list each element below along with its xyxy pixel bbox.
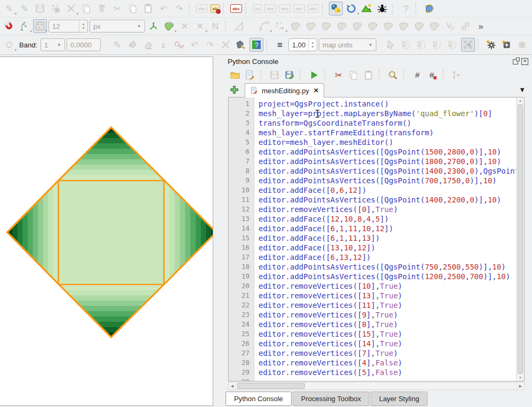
add-component-icon[interactable] xyxy=(500,38,514,52)
scroll-left-icon[interactable]: ◀ xyxy=(229,382,236,389)
code-line: editor.addFace([6,13,12]) xyxy=(259,253,524,262)
snap-grid-mode-icon[interactable]: ▾ xyxy=(33,19,47,33)
mouse-text-cursor xyxy=(315,110,320,118)
horizontal-scrollbar[interactable]: ◀ ▶ xyxy=(228,382,525,390)
digitize-mesh-icon[interactable] xyxy=(422,2,436,15)
toolbar-separator xyxy=(442,70,447,80)
dock-tab-layer-styling[interactable]: Layer Styling xyxy=(370,392,428,406)
dock-tab-python-console[interactable]: Python Console xyxy=(225,392,292,406)
comment-code-icon[interactable]: # xyxy=(412,69,423,81)
shape-rotate-icon xyxy=(288,19,302,33)
float-panel-icon[interactable] xyxy=(513,59,518,64)
vertex-tool-icon: ▾ xyxy=(64,2,78,15)
scroll-up-icon[interactable]: ▲ xyxy=(517,99,524,102)
save-layer-edits-icon xyxy=(33,2,47,15)
avoid-overlap-icon[interactable]: ▾ xyxy=(162,19,176,33)
select-cursor-icon xyxy=(384,38,398,52)
copy-icon[interactable] xyxy=(348,69,359,81)
tab-list-dropdown-icon[interactable]: ▼ xyxy=(519,86,526,94)
select-polygon-chip-icon xyxy=(430,38,444,52)
advanced-digitizing-panel-icon xyxy=(232,19,246,33)
code-area[interactable]: project=QgsProject.instance()mesh_layer=… xyxy=(254,97,524,381)
code-line: project=QgsProject.instance() xyxy=(259,99,524,109)
new-temp-scratch-layer-icon[interactable] xyxy=(360,2,374,15)
toolbar-separator xyxy=(266,39,270,50)
mesh-options-icon[interactable] xyxy=(234,38,248,52)
toolbar-separator xyxy=(324,70,328,80)
help-icon: ? xyxy=(399,2,413,15)
change-label-properties-icon: abc xyxy=(308,4,319,13)
modify-attributes-icon xyxy=(79,2,93,15)
code-line: editor.removeVertices([7],True) xyxy=(259,348,524,358)
toolbar-separator xyxy=(300,70,304,80)
highlight-pinned-labels-icon[interactable]: abc xyxy=(230,4,242,13)
run-script-icon[interactable] xyxy=(308,69,320,81)
shape-simplify-icon xyxy=(319,19,333,33)
paint-bucket-icon xyxy=(126,38,140,52)
shape-fill-ring-icon xyxy=(366,19,380,33)
snap-tolerance-spinbox: 12▲▼ xyxy=(49,20,88,32)
dock-tab-processing-toolbox[interactable]: Processing Toolbox xyxy=(293,392,370,406)
save-script-as-icon[interactable] xyxy=(284,69,295,81)
console-toolbar: ✂## xyxy=(224,68,532,83)
open-script-icon[interactable] xyxy=(229,69,241,81)
code-editor[interactable]: 1234567891011121314151617181920212223242… xyxy=(228,97,525,381)
select-by-polygon-icon xyxy=(399,38,413,52)
contour-lines-icon[interactable]: ≡ xyxy=(273,38,287,52)
mesh-layer-view xyxy=(0,57,213,405)
editor-tab[interactable]: meshEditing.py ✕ xyxy=(245,83,324,97)
vertical-scroll-thumb[interactable] xyxy=(518,104,523,374)
current-edits-icon: ✎▾ xyxy=(2,2,16,15)
new-editor-icon[interactable] xyxy=(244,69,256,81)
debugging-tools-icon[interactable] xyxy=(375,2,389,15)
toolbar-separator xyxy=(392,3,396,14)
shape-delete-ring-icon xyxy=(381,19,395,33)
find-text-icon[interactable] xyxy=(387,69,399,81)
uncomment-code-icon[interactable]: # xyxy=(426,69,438,81)
new-tab-button[interactable] xyxy=(229,85,239,95)
qgis-window: ✎▾✎✱▾✂↶↷abcababcababcabcabcabc>▾? ▾▾12▲▼… xyxy=(0,0,532,407)
transform-pattern-icon[interactable] xyxy=(461,38,475,52)
width-spinbox[interactable]: 1,00▲▼ xyxy=(288,38,317,51)
toolbar-row-snapping: ▾▾12▲▼px▼▾✕✕▾N▾▾» xyxy=(0,18,532,35)
svg-text:#: # xyxy=(415,70,420,79)
python-console-icon[interactable]: > xyxy=(329,2,343,15)
band-value-spinbox: 0,0000 xyxy=(67,38,101,51)
toolbar-separator xyxy=(223,3,227,14)
object-inspector-icon xyxy=(451,69,463,81)
select-polygon-add-icon xyxy=(415,38,429,52)
map-canvas[interactable] xyxy=(0,56,213,406)
paste-icon[interactable] xyxy=(362,69,374,81)
mesh-current-tool-icon: ▾ xyxy=(2,38,16,52)
dock-tab-bar: Python ConsoleProcessing ToolboxLayer St… xyxy=(224,391,532,407)
vertical-scrollbar[interactable]: ▲ ▼ xyxy=(516,97,524,381)
editor-tab-label: meshEditing.py xyxy=(262,87,309,95)
close-panel-icon[interactable]: ✕ xyxy=(521,58,528,65)
vertex-editor-panel-icon xyxy=(443,19,457,33)
code-line: editor.removeVertices([9],True) xyxy=(259,310,524,320)
scroll-right-icon[interactable]: ▶ xyxy=(517,382,524,389)
script-file-icon xyxy=(250,86,259,95)
close-tab-icon[interactable]: ✕ xyxy=(313,87,319,94)
horizontal-scroll-thumb[interactable] xyxy=(237,383,305,389)
toolbar-extension-icon[interactable]: » xyxy=(474,19,488,33)
toolbar-separator xyxy=(189,3,193,14)
pin-labels-icon[interactable]: ab xyxy=(211,4,220,13)
code-line: editor.removeVertices([14],True) xyxy=(259,339,524,348)
force-by-selected-geometry-icon[interactable]: ? xyxy=(249,38,263,52)
enable-snapping-icon[interactable] xyxy=(2,19,16,33)
pin-unpin-labels-icon: ab xyxy=(253,4,262,13)
shape-reshape-icon xyxy=(412,19,426,33)
code-line: editor.removeVertices([13],True) xyxy=(259,291,524,300)
settings-gear-icon[interactable] xyxy=(485,38,498,52)
paste-features-icon xyxy=(141,2,155,15)
component-info-icon: i xyxy=(515,38,529,52)
toolbar-separator xyxy=(478,39,482,50)
tracing-icon[interactable] xyxy=(147,19,160,33)
cut-icon[interactable]: ✂ xyxy=(333,69,344,81)
panel-title: Python Console xyxy=(228,58,278,66)
select-polygon-remove-icon xyxy=(446,38,460,52)
plugin-reload-icon[interactable]: ▾ xyxy=(344,2,358,15)
scroll-down-icon[interactable]: ▼ xyxy=(517,376,524,379)
topological-editing-icon[interactable]: ▾ xyxy=(18,19,31,33)
